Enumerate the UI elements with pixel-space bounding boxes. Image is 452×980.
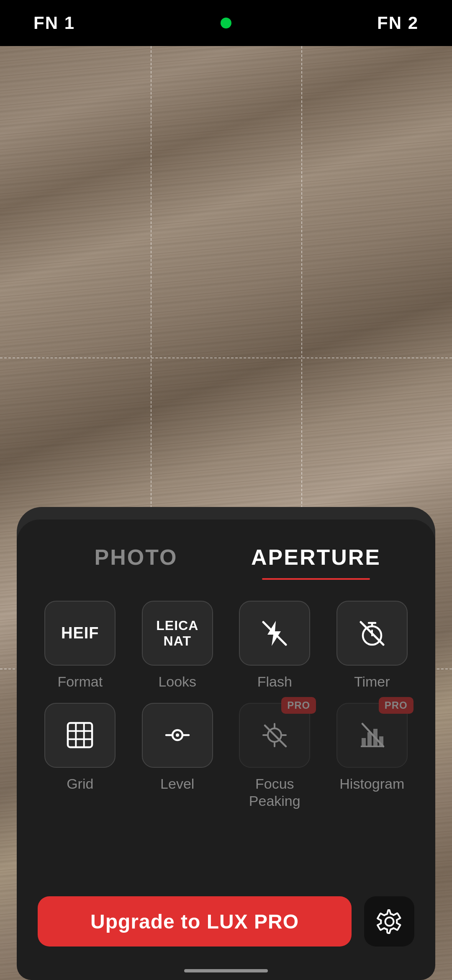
control-format[interactable]: HEIF Format: [38, 601, 123, 690]
control-flash[interactable]: Flash: [232, 601, 317, 690]
histogram-pro-badge: PRO: [379, 697, 413, 714]
level-icon: [163, 720, 192, 750]
timer-off-icon: [357, 619, 387, 648]
timer-icon-box: [336, 601, 408, 666]
control-grid[interactable]: Grid: [38, 703, 123, 810]
grid-label: Grid: [67, 775, 93, 792]
svg-point-28: [385, 917, 393, 926]
flash-icon-box: [239, 601, 310, 666]
upgrade-button[interactable]: Upgrade to LUX PRO: [38, 896, 352, 947]
status-bar: FN 1 FN 2: [0, 0, 452, 46]
grid-icon-box: [44, 703, 116, 768]
fn2-button[interactable]: FN 2: [377, 13, 419, 33]
control-level[interactable]: Level: [135, 703, 220, 810]
svg-rect-7: [68, 723, 92, 747]
histogram-icon-box: PRO: [336, 703, 408, 768]
looks-label: Looks: [158, 673, 196, 690]
bottom-actions: Upgrade to LUX PRO: [38, 896, 414, 947]
upgrade-button-text: Upgrade to LUX PRO: [90, 910, 299, 933]
histogram-label: Histogram: [339, 775, 404, 792]
format-icon-text: HEIF: [61, 625, 99, 642]
panel-inner: PHOTO APERTURE HEIF Format LEICANAT Look…: [17, 520, 435, 980]
flash-off-icon: [260, 619, 289, 648]
settings-button[interactable]: [364, 896, 414, 947]
mode-tabs: PHOTO APERTURE: [38, 536, 414, 580]
control-focus-peaking[interactable]: PRO Focus Peaking: [232, 703, 317, 810]
tab-photo[interactable]: PHOTO: [46, 536, 226, 580]
format-label: Format: [57, 673, 103, 690]
grid-icon: [65, 720, 95, 750]
tab-aperture[interactable]: APERTURE: [226, 536, 406, 580]
fn1-button[interactable]: FN 1: [33, 13, 75, 33]
timer-label: Timer: [354, 673, 390, 690]
focus-peaking-label: Focus Peaking: [249, 775, 300, 810]
histogram-icon: [357, 720, 387, 750]
svg-rect-23: [362, 738, 366, 746]
focus-peaking-pro-badge: PRO: [281, 697, 316, 714]
svg-point-15: [176, 733, 179, 737]
format-icon-box: HEIF: [44, 601, 116, 666]
looks-icon-text: LEICANAT: [156, 618, 198, 649]
control-timer[interactable]: Timer: [330, 601, 415, 690]
home-indicator: [184, 969, 268, 972]
bottom-panel: PHOTO APERTURE HEIF Format LEICANAT Look…: [0, 478, 452, 980]
looks-icon-box: LEICANAT: [142, 601, 213, 666]
control-looks[interactable]: LEICANAT Looks: [135, 601, 220, 690]
controls-grid: HEIF Format LEICANAT Looks Fl: [38, 601, 414, 809]
control-histogram[interactable]: PRO Histogram: [330, 703, 415, 810]
level-icon-box: [142, 703, 213, 768]
flash-label: Flash: [257, 673, 292, 690]
status-indicator: [221, 18, 231, 28]
level-label: Level: [160, 775, 194, 792]
focus-peaking-icon-box: PRO: [239, 703, 310, 768]
settings-icon: [376, 908, 403, 935]
focus-peaking-icon: [260, 720, 289, 750]
